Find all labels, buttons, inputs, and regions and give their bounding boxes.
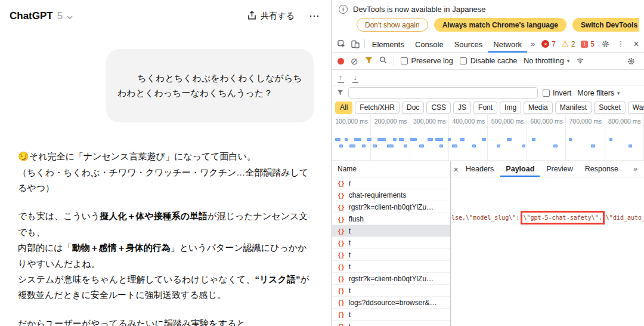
filter-chip-all[interactable]: All xyxy=(335,102,352,114)
preserve-log-label: Preserve log xyxy=(411,57,453,65)
warning-count-badge[interactable]: ⚠ 2 xyxy=(559,36,578,52)
request-row[interactable]: {}flush xyxy=(332,213,450,225)
filter-chip-css[interactable]: CSS xyxy=(426,102,451,114)
network-settings-gear-icon[interactable] xyxy=(623,57,639,65)
share-button[interactable]: 共有する xyxy=(247,11,295,22)
share-label: 共有する xyxy=(261,11,295,21)
request-name: t xyxy=(349,251,351,259)
request-name: t xyxy=(349,263,351,271)
waterfall-bar xyxy=(349,144,355,147)
json-braces-icon: {} xyxy=(338,216,345,223)
request-row[interactable]: {}r xyxy=(332,177,450,189)
throttling-select[interactable]: No throttling ▾ xyxy=(524,57,569,65)
tab-sources[interactable]: Sources xyxy=(449,36,488,53)
request-name: logs?ddsource=browser&… xyxy=(349,299,437,307)
tab-console[interactable]: Console xyxy=(410,36,449,53)
invert-group: Invert xyxy=(543,89,571,97)
close-details-icon[interactable]: × xyxy=(453,164,459,174)
waterfall-bar xyxy=(448,138,451,141)
filter-chip-media[interactable]: Media xyxy=(524,102,553,114)
filter-chip-img[interactable]: Img xyxy=(500,102,521,114)
json-braces-icon: {} xyxy=(338,287,345,294)
detail-tab-response[interactable]: Response xyxy=(580,161,624,177)
filter-chip-fetchxhr[interactable]: Fetch/XHR xyxy=(355,102,400,114)
filter-chip-socket[interactable]: Socket xyxy=(594,102,626,114)
more-options-button[interactable]: ⋯ xyxy=(309,11,320,21)
record-button[interactable] xyxy=(338,58,344,64)
kebab-menu-icon[interactable]: ⋮ xyxy=(613,36,628,52)
filter-chip-wasm[interactable]: Wasm xyxy=(628,102,644,114)
network-toolbar: ⊘ Preserve log Disable cache No throttl xyxy=(332,53,644,70)
disable-cache-checkbox[interactable] xyxy=(460,57,467,64)
request-row[interactable]: {}rgstr?k=client-nb0qtYlZu… xyxy=(332,201,450,213)
more-detail-tabs-icon[interactable]: » xyxy=(628,165,642,173)
waterfall-bar xyxy=(428,138,433,141)
device-toolbar-icon[interactable] xyxy=(348,36,362,52)
filter-chip-js[interactable]: JS xyxy=(453,102,471,114)
request-row[interactable]: {}t xyxy=(332,237,450,249)
error-count-badge[interactable]: × 7 xyxy=(538,36,559,52)
request-row[interactable]: {}t xyxy=(332,225,450,237)
timeline-label: 200,000 ms xyxy=(371,115,410,125)
import-har-icon[interactable]: ↑ xyxy=(339,73,343,81)
filter-chip-doc[interactable]: Doc xyxy=(402,102,424,114)
json-braces-icon: {} xyxy=(338,299,345,306)
tab-elements[interactable]: Elements xyxy=(367,36,410,53)
filter-input[interactable] xyxy=(348,87,538,99)
request-row[interactable]: {}t xyxy=(332,321,450,326)
filter-chip-font[interactable]: Font xyxy=(473,102,497,114)
inspect-icon[interactable] xyxy=(335,36,348,52)
network-conditions-icon[interactable] xyxy=(576,56,584,66)
detail-tab-preview[interactable]: Preview xyxy=(541,161,578,177)
filter-toggle-icon[interactable] xyxy=(365,57,373,66)
header-actions: 共有する ⋯ xyxy=(247,11,320,22)
preserve-log-checkbox[interactable] xyxy=(401,57,408,64)
request-row[interactable]: {}chat-requirements xyxy=(332,189,450,201)
request-row[interactable]: {}t xyxy=(332,285,450,297)
payload-text-before: lse,\"model_slug\": xyxy=(451,214,519,221)
waterfall-bar xyxy=(362,144,366,147)
payload-content: lse,\"model_slug\":\"gpt-5-chat-safety\"… xyxy=(451,177,644,326)
waterfall-bar xyxy=(435,138,443,141)
request-row[interactable]: {}t xyxy=(332,309,450,321)
waterfall-bar xyxy=(419,144,424,147)
request-row[interactable]: {}rgstr?k=client-nb0qtYlZu… xyxy=(332,273,450,285)
more-filters-button[interactable]: More filters ▾ xyxy=(577,89,620,97)
switch-devtools-language-button[interactable]: Switch DevTools to Ja xyxy=(572,18,639,32)
search-icon[interactable] xyxy=(379,56,387,66)
timeline-label: 100,000 ms xyxy=(332,115,371,125)
share-icon xyxy=(247,11,256,22)
request-row[interactable]: {}t xyxy=(332,249,450,261)
name-column-header[interactable]: Name xyxy=(332,161,450,177)
text-segment: 😏それ完全に「ナンセンス言葉遊び」になってて面白い。 （ちくわ・ちくわぶ・チワワ… xyxy=(18,151,308,193)
issue-count-badge[interactable]: ! 5 xyxy=(578,36,597,52)
detail-tab-payload[interactable]: Payload xyxy=(500,161,540,177)
error-icon: × xyxy=(541,40,549,48)
request-list: {}r{}chat-requirements{}rgstr?k=client-n… xyxy=(332,177,450,326)
dont-show-again-button[interactable]: Don't show again xyxy=(357,18,428,32)
json-braces-icon: {} xyxy=(338,275,345,282)
invert-checkbox[interactable] xyxy=(543,90,550,97)
match-chrome-language-button[interactable]: Always match Chrome's language xyxy=(434,18,566,32)
payload-text-after: \"did_auto_switch_to_ xyxy=(606,214,644,221)
detail-tab-headers[interactable]: Headers xyxy=(460,161,499,177)
clear-network-log-icon[interactable]: ⊘ xyxy=(351,57,358,66)
waterfall-bar xyxy=(373,144,377,147)
waterfall-bar xyxy=(345,138,348,141)
tab-network[interactable]: Network xyxy=(488,36,527,53)
request-row[interactable]: {}logs?ddsource=browser&… xyxy=(332,297,450,309)
export-har-icon[interactable]: ↓ xyxy=(354,73,358,81)
more-panels-icon[interactable]: » xyxy=(527,36,538,52)
waterfall-bar xyxy=(339,144,343,147)
settings-gear-icon[interactable] xyxy=(597,36,613,52)
timeline-overview[interactable]: 100,000 ms200,000 ms300,000 ms400,000 ms… xyxy=(332,115,644,161)
request-row[interactable]: {}t xyxy=(332,261,450,273)
close-devtools-icon[interactable]: × xyxy=(628,36,644,52)
devtools-tabbar: ElementsConsoleSourcesNetwork » × 7 ⚠ 2 … xyxy=(332,36,644,53)
model-picker[interactable]: ChatGPT 5 xyxy=(10,10,73,22)
filter-chip-manifest[interactable]: Manifest xyxy=(555,102,592,114)
warning-icon: ⚠ xyxy=(562,40,569,48)
warning-count: 2 xyxy=(571,40,575,48)
waterfall-bar xyxy=(472,144,476,147)
screen: ChatGPT 5 共有する ⋯ xyxy=(0,0,644,326)
